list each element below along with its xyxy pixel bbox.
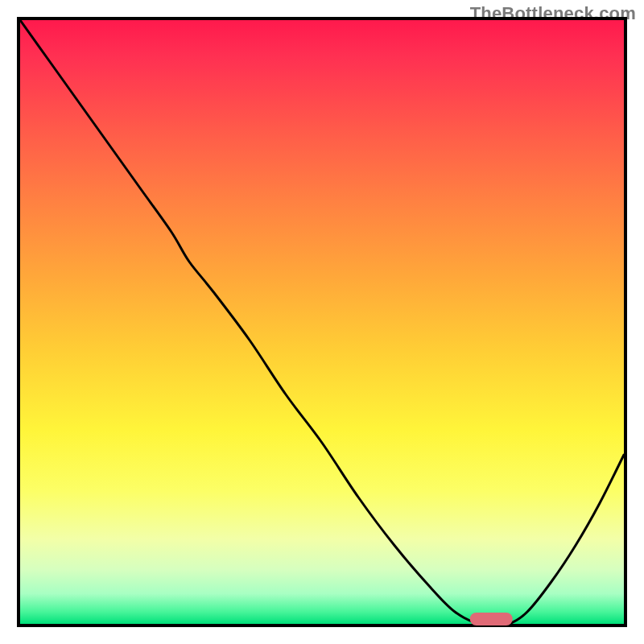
plot-frame [17, 17, 627, 627]
bottleneck-curve [20, 20, 624, 624]
optimum-marker [470, 613, 513, 625]
